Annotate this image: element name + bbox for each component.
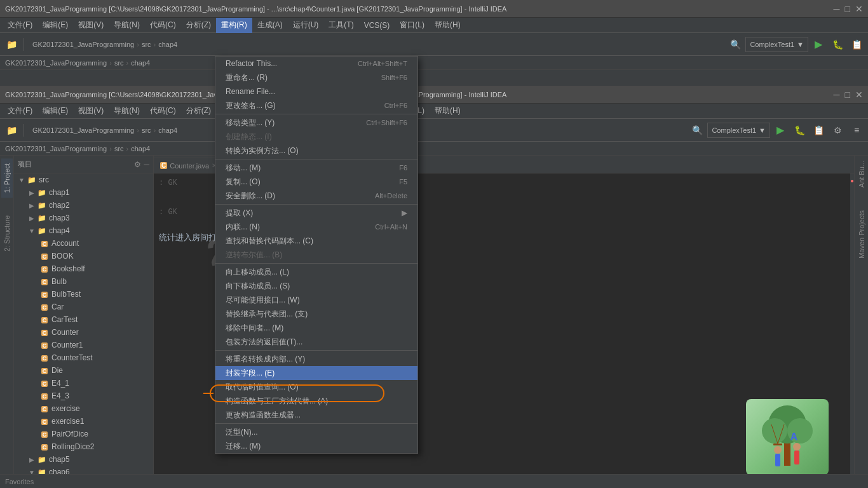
- tree-item-counter1[interactable]: C Counter1: [14, 339, 153, 351]
- menu-rename-file[interactable]: Rename File...: [215, 85, 417, 98]
- menu-convert-anon[interactable]: 将重名转换成内部... (Y): [215, 352, 417, 366]
- menu-migrate[interactable]: 迁移... (M): [215, 439, 417, 453]
- menu-safe-delete[interactable]: 安全删除... (D) Alt+Delete: [215, 189, 417, 203]
- menu-window-1[interactable]: 窗口(L): [395, 18, 430, 33]
- debug-btn-2[interactable]: 🐛: [790, 121, 808, 139]
- tree-item-rollingdice2[interactable]: C RollingDice2: [14, 440, 153, 453]
- tree-item-chap3[interactable]: ▶ 📁 chap3: [14, 212, 153, 224]
- bc-1-project[interactable]: GK20172301_JavaProgramming: [5, 59, 107, 67]
- tree-item-countertest[interactable]: C CounterTest: [14, 351, 153, 364]
- more-btn-2[interactable]: ≡: [848, 121, 865, 139]
- menu-move-type[interactable]: 移动类型... (Y) Ctrl+Shift+F6: [215, 116, 417, 130]
- project-btn-2[interactable]: 📁: [3, 121, 20, 139]
- minimize-btn-1[interactable]: ─: [834, 4, 840, 14]
- tree-item-account[interactable]: C Account: [14, 237, 153, 250]
- bc-chap4-1[interactable]: chap4: [158, 41, 177, 48]
- menu-copy[interactable]: 复制... (O) F5: [215, 175, 417, 189]
- bc-project-1[interactable]: GK20172301_JavaProgramming: [32, 41, 134, 48]
- menu-code-2[interactable]: 代码(C): [145, 104, 181, 119]
- structure-tab[interactable]: 2: Structure: [1, 210, 13, 257]
- run-config-1[interactable]: ComplexTest1 ▼: [745, 37, 808, 52]
- maximize-btn-1[interactable]: □: [845, 4, 850, 14]
- tab-counter-java[interactable]: C Counter.java ✕: [154, 158, 224, 173]
- bc-t2-src[interactable]: src: [142, 126, 151, 134]
- run-config-2[interactable]: ComplexTest1 ▼: [707, 123, 770, 138]
- menu-analyze-1[interactable]: 分析(Z): [181, 18, 216, 33]
- menu-pull-up[interactable]: 向上移动成员... (L): [215, 265, 417, 279]
- menu-run-1[interactable]: 运行(U): [288, 18, 324, 33]
- tree-item-e4-3[interactable]: C E4_3: [14, 390, 153, 402]
- menu-edit-2[interactable]: 编辑(E): [37, 104, 73, 119]
- panel-settings-icon[interactable]: ⚙: [134, 160, 141, 169]
- tree-item-bulb[interactable]: C Bulb: [14, 275, 153, 288]
- tree-item-src[interactable]: ▼ 📁 src: [14, 173, 153, 186]
- menu-refactor-this[interactable]: Refactor This... Ctrl+Alt+Shift+T: [215, 57, 417, 71]
- menu-refactor-1[interactable]: 重构(R): [216, 18, 252, 33]
- menu-use-interface[interactable]: 尽可能使用接口... (W): [215, 293, 417, 307]
- minimize-btn-2[interactable]: ─: [834, 90, 840, 100]
- menu-rename[interactable]: 重命名... (R) Shift+F6: [215, 71, 417, 85]
- menu-analyze-2[interactable]: 分析(Z): [181, 104, 216, 119]
- bc-t2-chap4[interactable]: chap4: [158, 126, 177, 134]
- menu-encapsulate-fields[interactable]: 封装字段... (E): [215, 366, 417, 380]
- maximize-btn-2[interactable]: □: [845, 90, 850, 100]
- tree-item-bulbtest[interactable]: C BulbTest: [14, 288, 153, 301]
- search-everywhere-1[interactable]: 🔍: [726, 36, 744, 53]
- debug-btn-1[interactable]: 🐛: [829, 36, 846, 53]
- search-everywhere-2[interactable]: 🔍: [688, 121, 706, 139]
- tree-item-book[interactable]: C BOOK: [14, 250, 153, 262]
- coverage-btn-1[interactable]: 📋: [848, 36, 865, 53]
- menu-view-2[interactable]: 视图(V): [73, 104, 109, 119]
- menu-extract[interactable]: 提取 (X) ▶: [215, 206, 417, 220]
- menu-move[interactable]: 移动... (M) F6: [215, 161, 417, 175]
- bc-2-project[interactable]: GK20172301_JavaProgramming: [5, 145, 107, 152]
- coverage-btn-2[interactable]: 📋: [810, 121, 827, 139]
- menu-replace-inherit[interactable]: 替换继承与代表团... (支): [215, 307, 417, 321]
- menu-file-1[interactable]: 文件(F): [3, 18, 37, 33]
- menu-wrap-return[interactable]: 包装方法的返回值(T)...: [215, 335, 417, 349]
- menu-vcs-1[interactable]: VCS(S): [359, 18, 395, 33]
- menu-edit-1[interactable]: 编辑(E): [37, 18, 73, 33]
- menu-find-replace-dups[interactable]: 查找和替换代码副本... (C): [215, 234, 417, 248]
- settings-btn-2[interactable]: ⚙: [829, 121, 846, 139]
- tree-item-car[interactable]: C Car: [14, 301, 153, 313]
- tree-item-e4-1[interactable]: C E4_1: [14, 377, 153, 390]
- bc-2-chap4[interactable]: chap4: [131, 145, 150, 152]
- bc-src-1[interactable]: src: [142, 41, 151, 48]
- panel-collapse-icon[interactable]: ─: [144, 160, 149, 169]
- close-btn-2[interactable]: ✕: [855, 90, 863, 100]
- tree-item-bookshelf[interactable]: C Bookshelf: [14, 262, 153, 275]
- menu-code-1[interactable]: 代码(C): [145, 18, 181, 33]
- menu-constructor-factory[interactable]: 构造函数与工厂方法代替... (A): [215, 394, 417, 408]
- tree-item-cartest[interactable]: C CarTest: [14, 313, 153, 326]
- menu-change-signature[interactable]: 更改签名... (G) Ctrl+F6: [215, 98, 417, 112]
- menu-tools-1[interactable]: 工具(T): [323, 18, 358, 33]
- menu-help-1[interactable]: 帮助(H): [430, 18, 466, 33]
- project-btn-1[interactable]: 📁: [3, 36, 20, 53]
- maven-projects-tab[interactable]: Maven Projects: [856, 205, 867, 264]
- menu-convert-instance[interactable]: 转换为实例方法... (O): [215, 144, 417, 158]
- bc-2-src[interactable]: src: [114, 145, 124, 152]
- bc-1-src[interactable]: src: [114, 59, 124, 67]
- run-btn-2[interactable]: ▶: [771, 121, 789, 139]
- bc-t2-project[interactable]: GK20172301_JavaProgramming: [32, 126, 134, 134]
- tree-item-exercise1[interactable]: C exercise1: [14, 415, 153, 428]
- menu-generate-1[interactable]: 生成(A): [252, 18, 288, 33]
- menu-change-constructor[interactable]: 更改构造函数生成器...: [215, 408, 417, 422]
- favorites-label[interactable]: Favorites: [5, 478, 34, 485]
- menu-remove-middle[interactable]: 移除中间者... (M): [215, 321, 417, 335]
- project-tab[interactable]: 1: Project: [1, 158, 13, 198]
- menu-help-2[interactable]: 帮助(H): [430, 104, 466, 119]
- menu-replace-temp[interactable]: 取代临时值查询... (O): [215, 380, 417, 394]
- tree-item-die[interactable]: C Die: [14, 364, 153, 377]
- menu-view-1[interactable]: 视图(V): [73, 18, 109, 33]
- tree-item-exercise[interactable]: C exercise: [14, 402, 153, 415]
- menu-file-2[interactable]: 文件(F): [3, 104, 37, 119]
- tree-item-pairofdice[interactable]: C PairOfDice: [14, 428, 153, 440]
- menu-nav-1[interactable]: 导航(N): [109, 18, 145, 33]
- menu-nav-2[interactable]: 导航(N): [109, 104, 145, 119]
- tree-item-chap1[interactable]: ▶ 📁 chap1: [14, 186, 153, 199]
- tree-item-chap2[interactable]: ▶ 📁 chap2: [14, 199, 153, 212]
- tree-item-counter[interactable]: C Counter: [14, 326, 153, 339]
- menu-inline[interactable]: 内联... (N) Ctrl+Alt+N: [215, 220, 417, 234]
